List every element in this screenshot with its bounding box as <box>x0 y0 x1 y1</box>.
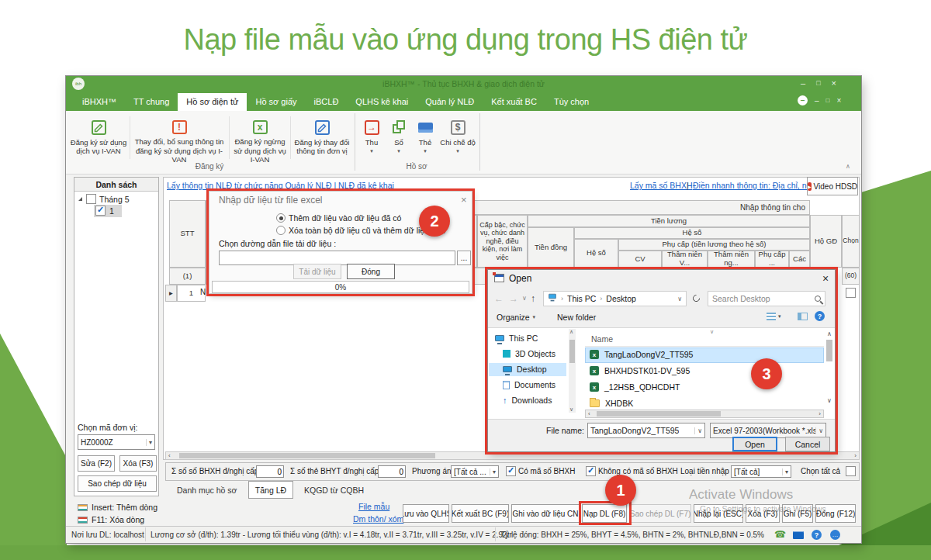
restore-icon[interactable]: □ <box>826 97 830 104</box>
ribbon-btn-thay-doi-bo-sung[interactable]: ! Thay đổi, bổ sung thông tin đăng ký sử… <box>132 115 227 159</box>
menu-qlhs-ke-khai[interactable]: QLHS kê khai <box>347 93 417 111</box>
tree-node-month[interactable]: Tháng 5 <box>99 195 130 204</box>
luu-qlhs-button[interactable]: Lưu vào QLHS <box>403 504 449 523</box>
ribbon-collapse-icon[interactable]: ∧ <box>846 163 850 170</box>
append-radio[interactable] <box>276 213 286 223</box>
view-mode-button[interactable]: ▾ <box>767 313 781 320</box>
ribbon-btn-the[interactable]: Thẻ ▾ <box>413 115 438 166</box>
khong-ma-so-checkbox[interactable] <box>586 466 596 476</box>
tree-node-batch[interactable]: 1 <box>109 206 114 216</box>
ribbon-btn-dang-ky-su-dung[interactable]: Đăng ký sử dụng dịch vụ I-VAN <box>70 115 127 159</box>
tree-expander-icon[interactable] <box>78 197 82 201</box>
tree-scroll-up-icon[interactable]: ∧ <box>569 329 573 335</box>
tab-tang-ld[interactable]: Tăng LĐ <box>248 481 293 499</box>
bhxh-count-input[interactable] <box>256 465 284 478</box>
tab-kqgd[interactable]: KQGD từ CQBH <box>304 486 364 495</box>
link-get-ma-so[interactable]: Lấy mã số BHXH <box>630 181 693 190</box>
menu-ho-so-dien-tu[interactable]: Hồ sơ điện tử <box>178 93 247 111</box>
ribbon-btn-chi-che-do[interactable]: $ Chi chế độ ▾ <box>439 115 476 166</box>
close-dialog-button[interactable]: Đóng <box>347 264 395 279</box>
chat-icon[interactable]: … <box>830 530 840 540</box>
phone-icon[interactable]: ☎ <box>774 529 786 540</box>
file-row-2[interactable]: xBHXHDSTK01-DV_595 <box>590 366 690 375</box>
edit-button[interactable]: Sửa (F2) <box>78 455 115 472</box>
list-scroll-up-icon[interactable]: ∧ <box>827 330 832 337</box>
scroll-left-icon[interactable]: ‹ <box>586 410 593 417</box>
replace-radio[interactable] <box>276 226 286 235</box>
scroll-thumb[interactable] <box>179 453 435 458</box>
load-data-button[interactable]: Tải dữ liệu <box>293 264 341 279</box>
row-select-checkbox[interactable] <box>846 288 856 298</box>
close-icon[interactable]: × <box>461 194 467 206</box>
ribbon-btn-thay-doi-don-vi[interactable]: Đăng ký thay đổi thông tin đơn vị <box>292 115 351 159</box>
tree-3d-objects[interactable]: 3D Objects <box>503 349 555 358</box>
cancel-button[interactable]: Cancel <box>785 437 830 451</box>
breadcrumb[interactable]: › This PC › Desktop ∨ <box>543 291 687 306</box>
ket-xuat-bc-button[interactable]: Kết xuất BC (F9) <box>452 504 509 523</box>
close-icon[interactable]: × <box>832 78 836 88</box>
link-file-mau[interactable]: File mẫu <box>358 502 389 511</box>
menu-ibcld[interactable]: iBCLĐ <box>306 93 348 111</box>
maximize-icon[interactable]: □ <box>816 79 820 87</box>
ribbon-btn-dang-ky-ngung[interactable]: x Đăng ký ngừng sử dụng dịch vụ I-VAN <box>231 115 289 159</box>
dong-button[interactable]: Đóng (F12) <box>815 504 856 523</box>
list-h-scrollbar[interactable]: ‹ › <box>585 410 824 418</box>
menu-ho-so-giay[interactable]: Hồ sơ giấy <box>247 93 305 111</box>
search-box[interactable]: Search Desktop <box>708 291 825 306</box>
browse-button[interactable]: ... <box>457 251 471 265</box>
menu-ket-xuat-bc[interactable]: Kết xuất BC <box>483 93 545 111</box>
unit-select[interactable]: HZ0000Z▾ <box>78 434 155 450</box>
tree-downloads[interactable]: ↑Downloads <box>503 396 552 405</box>
mail-icon[interactable] <box>793 531 804 539</box>
help-icon[interactable]: ? <box>812 530 822 540</box>
collapse-ribbon-icon[interactable]: – <box>798 95 808 105</box>
scroll-right-icon[interactable]: › <box>852 452 859 459</box>
close-icon[interactable]: × <box>822 272 829 285</box>
file-row-1[interactable]: xTangLaoDongV2_TT595 <box>590 350 693 359</box>
file-row-4[interactable]: XHDBK <box>590 399 633 408</box>
tree-documents[interactable]: Documents <box>503 380 555 389</box>
crumb-desktop[interactable]: Desktop <box>606 294 636 303</box>
back-icon[interactable]: ← <box>494 293 504 304</box>
ghi-button[interactable]: Ghi (F5) <box>782 504 813 523</box>
menu-ibhxh[interactable]: iBHXH™ <box>74 93 125 111</box>
sao-chep-dl-button[interactable]: Sao chép DL (F7) <box>629 504 691 523</box>
menu-quan-ly-nld[interactable]: Quản lý NLĐ <box>417 93 483 111</box>
open-button[interactable]: Open <box>732 437 777 451</box>
minimize-icon[interactable]: – <box>801 78 805 88</box>
minimize-icon[interactable]: – <box>815 96 819 105</box>
file-name-combobox[interactable]: TangLaoDongV2_TT595∨ <box>587 423 705 438</box>
batch-checkbox[interactable] <box>95 206 106 216</box>
link-dm-thon[interactable]: Dm thôn/ xóm <box>353 514 403 524</box>
link-get-nld[interactable]: Lấy thông tin NLĐ từ chức năng Quản lý N… <box>167 181 394 190</box>
tree-scrollbar[interactable] <box>569 329 576 413</box>
bhyt-count-input[interactable] <box>378 465 406 478</box>
preview-pane-icon[interactable] <box>798 313 808 320</box>
copy-data-button[interactable]: Sao chép dữ liệu <box>78 475 157 492</box>
nap-dl-button[interactable]: Nạp DL (F8) <box>582 504 627 523</box>
help-icon[interactable]: ? <box>815 311 825 321</box>
scroll-thumb[interactable] <box>597 411 721 417</box>
forward-icon[interactable]: → <box>509 293 518 304</box>
organize-menu[interactable]: Organize ▾ <box>497 313 535 322</box>
new-folder-button[interactable]: New folder <box>557 313 596 322</box>
ribbon-btn-so[interactable]: Sổ ▾ <box>386 115 411 166</box>
file-row-3[interactable]: x_12HSB_QDHCDHT <box>590 382 680 392</box>
table-h-scrollbar[interactable]: ‹ › <box>165 451 860 460</box>
tree-this-pc[interactable]: This PC <box>495 334 538 343</box>
tree-desktop[interactable]: Desktop <box>503 365 547 374</box>
name-column-header[interactable]: Name <box>591 334 613 344</box>
nhap-lai-button[interactable]: Nhập lại (ESC) <box>694 504 743 523</box>
tab-danh-muc[interactable]: Danh mục hồ sơ <box>177 486 237 495</box>
append-radio-label[interactable]: Thêm dữ liệu vào dữ liệu đã có <box>289 213 401 223</box>
menu-tt-chung[interactable]: TT chung <box>125 93 178 111</box>
month-checkbox[interactable] <box>86 194 96 204</box>
list-v-scrollbar[interactable] <box>826 340 832 361</box>
video-hdsd-button[interactable]: ▶ Video HDSD <box>807 177 858 195</box>
tree-scroll-down-icon[interactable]: ∨ <box>569 406 573 413</box>
xoa-button[interactable]: Xóa (F3) <box>746 504 780 523</box>
delete-button[interactable]: Xóa (F3) <box>119 455 157 472</box>
scroll-left-icon[interactable]: ‹ <box>166 452 173 459</box>
scroll-right-icon[interactable]: › <box>816 410 823 417</box>
sort-caret-icon[interactable]: ∨ <box>710 329 714 335</box>
